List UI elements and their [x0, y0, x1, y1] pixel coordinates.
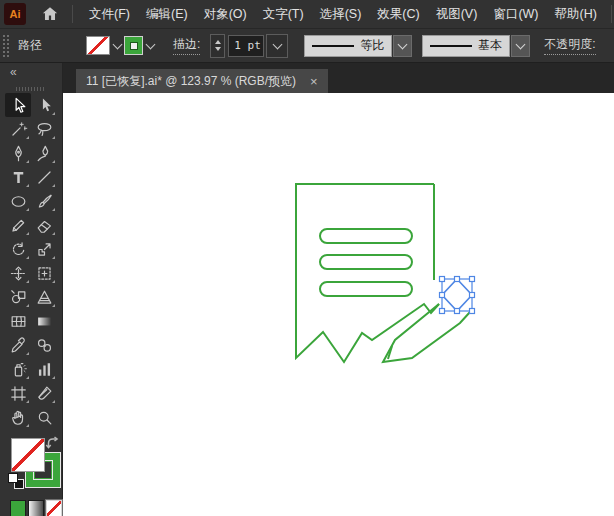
tool-line-segment-icon[interactable]: [31, 165, 57, 189]
tool-perspective-grid-icon[interactable]: [31, 285, 57, 309]
receipt-document-drawing[interactable]: [296, 184, 439, 362]
stroke-weight-label[interactable]: 描边:: [173, 36, 200, 55]
tools-grid: [0, 93, 62, 429]
tool-pen-icon[interactable]: [5, 141, 31, 165]
tool-shaper-icon[interactable]: [5, 213, 31, 237]
stroke-color-swatch[interactable]: [124, 36, 143, 55]
close-tab-icon[interactable]: ×: [310, 75, 318, 88]
swap-fill-stroke-icon[interactable]: [45, 436, 60, 454]
tool-eraser-icon[interactable]: [31, 213, 57, 237]
tool-scale-icon[interactable]: [31, 237, 57, 261]
tool-free-transform-icon[interactable]: [31, 261, 57, 285]
none-mode-button[interactable]: [46, 500, 62, 516]
tool-ellipse-icon[interactable]: [5, 189, 31, 213]
opacity-label[interactable]: 不透明度:: [544, 36, 595, 55]
tool-direct-selection-icon[interactable]: [31, 93, 57, 117]
menu-item-3[interactable]: 对象(O): [196, 0, 255, 29]
selection-overlay[interactable]: [442, 279, 472, 311]
fill-swatch-large[interactable]: [11, 438, 45, 472]
menu-item-1[interactable]: 文件(F): [81, 0, 138, 29]
menu-item-6[interactable]: 效果(C): [369, 0, 427, 29]
menu-item-5[interactable]: 选择(S): [312, 0, 370, 29]
stroke-weight-value: 1 pt: [234, 39, 261, 52]
tool-blend-icon[interactable]: [31, 333, 57, 357]
app-logo-icon[interactable]: Ai: [4, 3, 26, 25]
menu-item-7[interactable]: 视图(V): [428, 0, 486, 29]
workspace: «: [0, 63, 614, 516]
selection-type-label: 路径: [18, 37, 42, 54]
default-fill-stroke-icon[interactable]: [8, 473, 24, 489]
menu-item-9[interactable]: 帮助(H): [547, 0, 605, 29]
stroke-dropdown-chevron-icon[interactable]: [143, 35, 157, 57]
tool-rotate-icon[interactable]: [5, 237, 31, 261]
tool-hand-icon[interactable]: [5, 405, 31, 429]
home-icon[interactable]: [40, 4, 60, 24]
tool-slice-icon[interactable]: [31, 381, 57, 405]
tool-selection-icon[interactable]: [5, 93, 31, 117]
tool-width-icon[interactable]: [5, 261, 31, 285]
tool-magic-wand-icon[interactable]: [5, 117, 31, 141]
panel-grip-handle[interactable]: [2, 34, 10, 58]
tool-paintbrush-icon[interactable]: [31, 189, 57, 213]
stepper-down-icon[interactable]: [215, 47, 221, 51]
tool-curvature-icon[interactable]: [31, 141, 57, 165]
document-tab[interactable]: 11 [已恢复].ai* @ 123.97 % (RGB/预览) ×: [76, 69, 328, 93]
menu-separator-end: [611, 5, 612, 23]
menu-separator: [72, 5, 73, 23]
brush-preview-icon: [430, 45, 472, 47]
brush-definition-dropdown[interactable]: 基本: [422, 35, 510, 57]
tool-gradient-icon[interactable]: [31, 309, 57, 333]
tool-symbol-sprayer-icon[interactable]: [5, 357, 31, 381]
menu-items: 文件(F)编辑(E)对象(O)文字(T)选择(S)效果(C)视图(V)窗口(W)…: [81, 0, 605, 29]
collapse-panel-button[interactable]: «: [0, 63, 62, 83]
tool-shape-builder-icon[interactable]: [5, 285, 31, 309]
width-profile-label: 等比: [360, 37, 384, 54]
fill-stroke-proxies: [86, 35, 157, 57]
stroke-weight-stepper[interactable]: [210, 34, 225, 58]
tool-eyedropper-icon[interactable]: [5, 333, 31, 357]
document-tab-title: 11 [已恢复].ai* @ 123.97 % (RGB/预览): [86, 73, 296, 90]
fill-dropdown-chevron-icon[interactable]: [110, 35, 124, 57]
stepper-up-icon[interactable]: [215, 40, 221, 44]
tool-type-icon[interactable]: [5, 165, 31, 189]
canvas[interactable]: [63, 93, 614, 516]
illustrator-window: Ai 文件(F)编辑(E)对象(O)文字(T)选择(S)效果(C)视图(V)窗口…: [0, 0, 614, 516]
selection-bounding-box: [442, 279, 472, 311]
control-bar: 路径 描边: 1 pt 等比 基本 不透明度:: [0, 29, 614, 63]
fill-none-swatch[interactable]: [86, 36, 110, 55]
brush-definition-label: 基本: [478, 37, 502, 54]
tool-column-graph-icon[interactable]: [31, 357, 57, 381]
stroke-weight-input[interactable]: 1 pt: [228, 35, 264, 57]
width-profile-chevron-icon[interactable]: [393, 35, 412, 57]
menu-item-2[interactable]: 编辑(E): [138, 0, 196, 29]
tool-lasso-icon[interactable]: [31, 117, 57, 141]
fill-stroke-indicator: [0, 433, 62, 494]
width-profile-preview-icon: [312, 45, 354, 47]
tool-zoom-icon[interactable]: [31, 405, 57, 429]
color-mode-button[interactable]: [10, 500, 26, 516]
document-tab-bar: 11 [已恢复].ai* @ 123.97 % (RGB/预览) ×: [63, 63, 614, 93]
color-mode-row: [10, 500, 62, 516]
menu-bar: Ai 文件(F)编辑(E)对象(O)文字(T)选择(S)效果(C)视图(V)窗口…: [0, 0, 614, 29]
width-profile-dropdown[interactable]: 等比: [304, 35, 392, 57]
tool-mesh-icon[interactable]: [5, 309, 31, 333]
artwork-svg: [63, 93, 614, 516]
menu-item-4[interactable]: 文字(T): [255, 0, 312, 29]
panel-drag-handle[interactable]: [16, 87, 46, 92]
tool-artboard-icon[interactable]: [5, 381, 31, 405]
document-area: 11 [已恢复].ai* @ 123.97 % (RGB/预览) ×: [63, 63, 614, 516]
stroke-weight-dropdown[interactable]: [266, 34, 288, 58]
tools-panel: «: [0, 63, 63, 516]
selected-diamond-path: [442, 279, 472, 311]
brush-definition-chevron-icon[interactable]: [511, 35, 530, 57]
selection-handles[interactable]: [440, 277, 475, 314]
menu-item-8[interactable]: 窗口(W): [485, 0, 546, 29]
gradient-mode-button[interactable]: [28, 500, 44, 516]
